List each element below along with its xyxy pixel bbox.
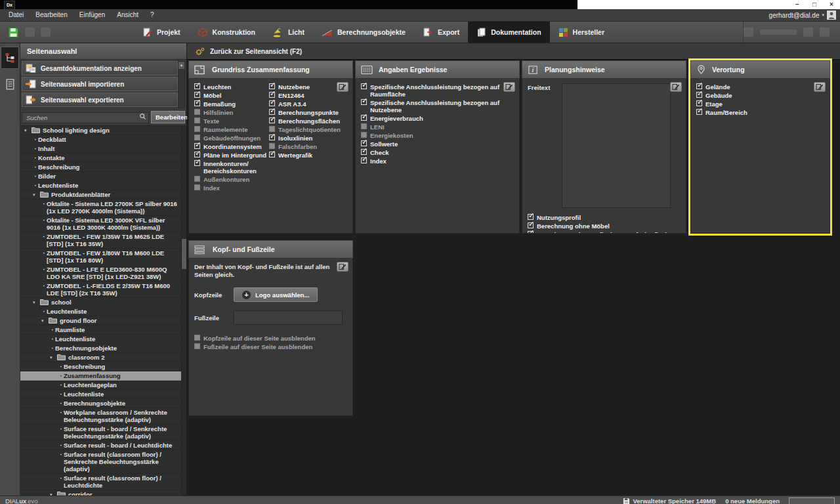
grundriss-checkbox-row[interactable]: Index xyxy=(194,184,269,192)
checkbox[interactable]: ✓ xyxy=(194,160,200,166)
tree-item[interactable]: ·Inhalt xyxy=(20,144,186,154)
checkbox[interactable]: ✓ xyxy=(269,92,275,98)
tree-item[interactable]: ·Oktalite - Sistema LED 3000K VFL silber… xyxy=(20,216,186,232)
verortung-checkbox-row[interactable]: ✓Gelände xyxy=(696,83,824,91)
checkbox[interactable]: ✓ xyxy=(194,152,200,158)
close-button[interactable]: × xyxy=(823,0,840,9)
tree-item[interactable]: ·Beschreibung xyxy=(20,362,186,371)
checkbox[interactable]: ✓ xyxy=(361,99,367,105)
maximize-button[interactable]: □ xyxy=(806,0,823,9)
checkbox[interactable]: ✓ xyxy=(528,222,534,228)
grundriss-checkbox-row[interactable]: ✓Berechnungsflächen xyxy=(269,117,347,125)
grundriss-checkbox-row[interactable]: Raumelemente xyxy=(194,126,269,133)
grundriss-checkbox-row[interactable]: Texte xyxy=(194,117,269,125)
tree-item[interactable]: ·Leuchtenliste xyxy=(20,181,186,190)
tree-item[interactable]: ·ZUMTOBEL - LFE E LED3600-830 M600Q LDO … xyxy=(20,265,186,282)
angaben-checkbox-row[interactable]: LENI xyxy=(361,123,501,131)
rail-page-selection-button[interactable] xyxy=(1,47,19,69)
tree-item[interactable]: ·Leuchtenlageplan xyxy=(20,381,186,390)
tree-item[interactable]: ▾school xyxy=(20,298,186,307)
tab-konstruktion[interactable]: Konstruktion xyxy=(189,22,264,43)
checkbox[interactable] xyxy=(194,184,200,190)
checkbox[interactable] xyxy=(194,135,200,140)
grundriss-checkbox-row[interactable]: ✓Wertegrafik xyxy=(269,152,347,159)
checkbox[interactable]: ✓ xyxy=(696,92,702,98)
sidebar-button-gesamtdoku[interactable]: Gesamtdokumentation anzeigen xyxy=(22,61,178,75)
search-input[interactable] xyxy=(22,112,149,123)
tree-item[interactable]: ·Leuchtenliste xyxy=(20,307,186,316)
expand-arrow-icon[interactable]: ▾ xyxy=(24,127,31,134)
edit-icon-button[interactable] xyxy=(814,82,826,92)
checkbox[interactable]: ✓ xyxy=(696,100,702,106)
tree-item[interactable]: ·Oktalite - Sistema LED 2700K SP silber … xyxy=(20,200,186,216)
tree-scrollbar-thumb[interactable] xyxy=(182,239,186,269)
checkbox[interactable]: ✓ xyxy=(269,117,275,123)
kopf-checkbox-row[interactable]: Fußzeile auf dieser Seite ausblenden xyxy=(194,343,347,350)
grundriss-checkbox-row[interactable]: ✓Möbel xyxy=(194,92,269,99)
checkbox[interactable] xyxy=(361,132,367,138)
tree-item[interactable]: ·Deckblatt xyxy=(20,135,186,144)
planung-checkbox-row[interactable]: ✓Berechnung ohne Reflexionen auf Oberflä… xyxy=(528,231,681,234)
tree-item[interactable]: ·Leuchtenliste xyxy=(20,335,186,344)
rail-page-list-button[interactable] xyxy=(1,74,18,94)
footer-text-input[interactable] xyxy=(234,310,343,325)
edit-icon-button[interactable] xyxy=(670,82,682,92)
expand-arrow-icon[interactable]: ▾ xyxy=(33,191,39,198)
expand-arrow-icon[interactable]: ▾ xyxy=(41,317,48,324)
tree-item[interactable]: ·Zusammenfassung xyxy=(20,371,186,381)
choose-logo-button[interactable]: + Logo auswählen... xyxy=(234,287,318,302)
checkbox[interactable]: ✓ xyxy=(361,149,367,155)
checkbox[interactable] xyxy=(361,123,367,129)
expand-arrow-icon[interactable]: ▾ xyxy=(50,354,56,361)
checkbox[interactable]: ✓ xyxy=(528,214,534,220)
tree-item[interactable]: ▾ground floor xyxy=(20,316,186,326)
grundriss-checkbox-row[interactable]: Falschfarben xyxy=(269,143,347,150)
checkbox[interactable]: ✓ xyxy=(194,92,200,98)
tab-projekt[interactable]: Projekt xyxy=(134,22,189,43)
menu-item-item[interactable]: ? xyxy=(144,9,160,21)
tree-item[interactable]: ▾School lighting design xyxy=(20,126,186,135)
tree-item[interactable]: ·ZUMTOBEL - FEW 1/35W T16 M625 LDE [STD]… xyxy=(20,232,186,249)
tree-item[interactable]: ·Surface result - board / Senkrechte Bel… xyxy=(20,425,186,441)
angaben-checkbox-row[interactable]: ✓Index xyxy=(361,158,501,165)
scroll-up-icon[interactable]: ▲ xyxy=(178,62,184,69)
tree-item[interactable]: ·Beschreibung xyxy=(20,163,186,172)
checkbox[interactable] xyxy=(269,126,275,132)
angaben-checkbox-row[interactable]: ✓Spezifische Anschlussleistung bezogen a… xyxy=(361,99,501,114)
checkbox[interactable] xyxy=(194,335,200,341)
checkbox[interactable]: ✓ xyxy=(696,109,702,115)
account-menu[interactable]: gerhardt@dial.de ▾ xyxy=(769,10,837,20)
edit-icon-button[interactable] xyxy=(337,262,348,272)
tree-item[interactable]: ·Bilder xyxy=(20,172,186,181)
checkbox[interactable]: ✓ xyxy=(269,100,275,106)
sidebar-scrollbar[interactable]: ▲ xyxy=(178,61,185,108)
tree-item[interactable]: ·Berechnungsobjekte xyxy=(20,344,186,353)
tab-dokumentation[interactable]: Dokumentation xyxy=(468,22,549,43)
sidebar-button-import[interactable]: Seitenauswahl importieren xyxy=(22,77,178,91)
planung-checkbox-row[interactable]: ✓Nutzungsprofil xyxy=(528,214,681,221)
grundriss-checkbox-row[interactable]: Tageslichtquotienten xyxy=(269,126,347,133)
menu-item-bearbeiten[interactable]: Bearbeiten xyxy=(30,9,73,21)
angaben-checkbox-row[interactable]: ✓Sollwerte xyxy=(361,140,501,148)
edit-pages-button[interactable]: Bearbeiten xyxy=(151,111,185,123)
grundriss-checkbox-row[interactable]: Hilfslinien xyxy=(194,109,269,116)
tab-licht[interactable]: Licht xyxy=(264,22,313,43)
checkbox[interactable] xyxy=(194,343,200,349)
checkbox[interactable]: ✓ xyxy=(269,135,275,140)
verortung-checkbox-row[interactable]: ✓Raum/Bereich xyxy=(696,109,824,116)
tree-item[interactable]: ▾corridor xyxy=(20,490,186,495)
sidebar-button-export[interactable]: Seitenauswahl exportieren xyxy=(22,93,178,107)
planung-checkbox-row[interactable]: ✓Berechnung ohne Möbel xyxy=(528,222,681,230)
save-button[interactable] xyxy=(8,27,19,38)
tree-item[interactable]: ·Workplane classroom / Senkrechte Beleuc… xyxy=(20,408,186,425)
tree-item[interactable]: ·Kontakte xyxy=(20,154,186,163)
edit-icon-button[interactable] xyxy=(337,82,348,92)
checkbox[interactable]: ✓ xyxy=(696,83,702,89)
checkbox[interactable]: ✓ xyxy=(194,83,200,89)
tree-item[interactable]: ·Berechnungsobjekte xyxy=(20,399,186,408)
checkbox[interactable]: ✓ xyxy=(269,109,275,115)
grundriss-checkbox-row[interactable]: ✓Leuchten xyxy=(194,83,269,91)
tree-item[interactable]: ·Leuchtenliste xyxy=(20,390,186,399)
angaben-checkbox-row[interactable]: ✓Check xyxy=(361,149,501,156)
freitext-textarea[interactable] xyxy=(562,83,671,208)
